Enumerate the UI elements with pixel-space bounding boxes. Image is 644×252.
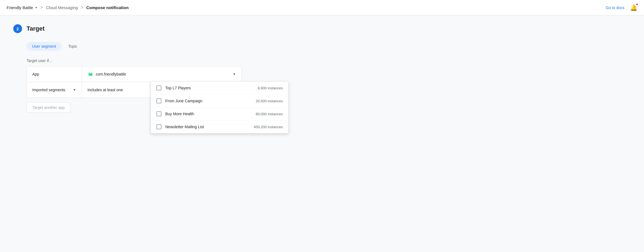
imported-segments-label: Imported segments [32, 88, 65, 92]
checkbox-from-june-campaign[interactable] [156, 98, 161, 103]
item-count-top-l7: 8,900 instances [258, 86, 283, 90]
tab-topic[interactable]: Topic [63, 42, 83, 51]
table-row-app: App com.friendlybattle [27, 66, 241, 82]
nav-left: Friendly Battle ▼ > Cloud Messaging > Co… [7, 5, 129, 10]
notification-badge [636, 3, 638, 6]
top-nav: Friendly Battle ▼ > Cloud Messaging > Co… [0, 0, 644, 15]
item-name-newsletter: Newsletter Mailing List [165, 125, 250, 129]
app-name[interactable]: Friendly Battle ▼ [7, 5, 38, 10]
segment-dropdown-panel: Top L7 Players 8,900 instances From June… [151, 81, 289, 133]
dropdown-item-2[interactable]: Buy More Health 80,000 instances [151, 108, 288, 120]
main-content: 2 Target User segment Topic Target user … [0, 15, 331, 122]
cell-label-app: App [27, 66, 82, 82]
go-to-docs-link[interactable]: Go to docs [606, 6, 624, 10]
cell-label-imported-segments[interactable]: Imported segments ▼ [27, 82, 82, 98]
target-another-app-button[interactable]: Target another app [26, 102, 71, 113]
checkbox-newsletter[interactable] [156, 124, 161, 129]
step-number: 2 [13, 24, 22, 33]
checkbox-top-l7-players[interactable] [156, 85, 161, 90]
app-name-label: Friendly Battle [7, 5, 33, 10]
nav-separator-2: > [81, 5, 84, 10]
svg-point-1 [90, 74, 90, 74]
step-header: 2 Target [13, 24, 318, 33]
app-value-text: com.friendlybattle [96, 72, 126, 76]
step-title: Target [26, 25, 45, 32]
item-count-newsletter: 450,200 instances [254, 125, 283, 129]
target-user-label: Target user if... [26, 58, 318, 63]
cell-value-app[interactable]: com.friendlybattle ▼ [82, 67, 241, 81]
dropdown-item-3[interactable]: Newsletter Mailing List 450,200 instance… [151, 120, 288, 133]
app-name-chevron-icon: ▼ [35, 6, 38, 9]
checkbox-buy-more-health[interactable] [156, 111, 161, 116]
notification-bell[interactable]: 🔔 [630, 4, 637, 11]
nav-cloud-messaging[interactable]: Cloud Messaging [46, 5, 78, 10]
segment-table-wrapper: App com.friendlybattle [13, 66, 318, 98]
includes-text: Includes at least one [87, 88, 123, 92]
svg-point-2 [91, 74, 91, 74]
cell-app-inner: com.friendlybattle [87, 71, 126, 77]
android-icon [87, 71, 94, 77]
imported-segments-arrow-icon: ▼ [73, 88, 76, 92]
dropdown-item-0[interactable]: Top L7 Players 8,900 instances [151, 82, 288, 95]
app-dropdown-arrow-icon: ▼ [233, 72, 236, 76]
svg-rect-0 [89, 73, 92, 76]
tabs-container: User segment Topic [26, 42, 318, 51]
tab-user-segment[interactable]: User segment [26, 42, 62, 51]
item-count-june: 20,500 instances [256, 99, 283, 103]
item-name-buy-health: Buy More Health [165, 112, 252, 116]
dropdown-item-1[interactable]: From June Campaign 20,500 instances [151, 95, 288, 108]
item-count-buy-health: 80,000 instances [256, 112, 283, 116]
item-name-june: From June Campaign [165, 99, 252, 103]
nav-separator-1: > [40, 5, 43, 10]
item-name-top-l7: Top L7 Players [165, 86, 254, 90]
nav-right: Go to docs 🔔 [606, 4, 637, 11]
nav-page-title: Compose notification [86, 5, 129, 10]
